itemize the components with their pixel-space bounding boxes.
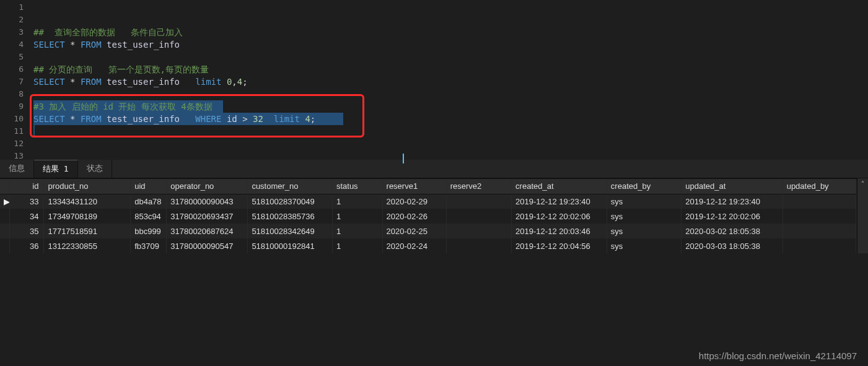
cell-created_by[interactable]: sys xyxy=(607,238,681,253)
tab-结果 1[interactable]: 结果 1 xyxy=(34,160,78,178)
cell-reserve2[interactable] xyxy=(446,209,511,224)
vertical-scrollbar[interactable]: ˄ xyxy=(857,178,868,253)
code-token: ## 分页的查询 第一个是页数,每页的数量 xyxy=(33,64,209,74)
cell-status[interactable]: 1 xyxy=(332,238,382,253)
code-line[interactable] xyxy=(33,14,868,26)
code-token: SELECT xyxy=(33,40,65,50)
code-line[interactable]: ## 查询全部的数据 条件自己加入 xyxy=(33,26,868,38)
tab-状态[interactable]: 状态 xyxy=(78,160,112,178)
cell-created_by[interactable]: sys xyxy=(607,194,681,209)
cell-ptr[interactable] xyxy=(0,238,9,253)
cell-reserve2[interactable] xyxy=(446,238,511,253)
cell-reserve2[interactable] xyxy=(446,224,511,238)
tab-信息[interactable]: 信息 xyxy=(0,160,34,178)
code-line[interactable]: ## 分页的查询 第一个是页数,每页的数量 xyxy=(33,63,868,76)
cell-ptr[interactable] xyxy=(0,224,9,238)
cell-created_by[interactable]: sys xyxy=(607,224,681,238)
cell-operator_no[interactable]: 31780020693437 xyxy=(167,209,248,224)
col-header-ptr[interactable] xyxy=(0,179,9,194)
cell-updated_by[interactable] xyxy=(783,209,856,224)
cell-operator_no[interactable]: 31780000090043 xyxy=(167,194,248,209)
col-header-id[interactable]: id xyxy=(9,179,44,194)
table-row[interactable]: 3517717518591bbc999317800206876245181002… xyxy=(0,224,856,238)
cell-reserve2[interactable] xyxy=(446,194,511,209)
code-token: ; xyxy=(242,77,247,87)
code-token xyxy=(221,77,226,87)
cell-reserve1[interactable]: 2020-02-26 xyxy=(382,209,446,224)
cell-updated_at[interactable]: 2020-03-02 18:05:38 xyxy=(682,224,783,238)
cell-created_at[interactable]: 2019-12-12 19:23:40 xyxy=(512,194,607,209)
cell-customer_no[interactable]: 51810028342649 xyxy=(248,224,333,238)
cell-id[interactable]: 33 xyxy=(9,194,44,209)
code-token: ## 查询全部的数据 条件自己加入 xyxy=(33,27,183,37)
scroll-up-icon[interactable]: ˄ xyxy=(857,178,868,188)
line-number: 1 xyxy=(0,1,33,14)
col-header-uid[interactable]: uid xyxy=(131,179,167,194)
cell-customer_no[interactable]: 51810028370049 xyxy=(248,194,333,209)
col-header-created_by[interactable]: created_by xyxy=(607,179,681,194)
cell-ptr[interactable]: ▶ xyxy=(0,194,9,209)
col-header-status[interactable]: status xyxy=(332,179,382,194)
cell-operator_no[interactable]: 31780000090547 xyxy=(167,238,248,253)
table-row[interactable]: ▶3313343431120db4a7831780000090043518100… xyxy=(0,194,856,209)
cell-id[interactable]: 35 xyxy=(9,224,44,238)
cell-updated_at[interactable]: 2020-03-03 18:05:38 xyxy=(682,238,783,253)
cell-updated_at[interactable]: 2019-12-12 19:23:40 xyxy=(682,194,783,209)
cell-status[interactable]: 1 xyxy=(332,209,382,224)
cell-created_by[interactable]: sys xyxy=(607,209,681,224)
col-header-product_no[interactable]: product_no xyxy=(44,179,131,194)
cell-product_no[interactable]: 13343431120 xyxy=(44,194,131,209)
table-row[interactable]: 3417349708189853c94317800206934375181002… xyxy=(0,209,856,224)
line-number: 11 xyxy=(0,125,33,137)
line-number-gutter: 12345678910111213 xyxy=(0,0,33,160)
code-token: SELECT xyxy=(33,77,65,87)
cell-customer_no[interactable]: 51810000192841 xyxy=(248,238,333,253)
cell-updated_by[interactable] xyxy=(783,224,856,238)
cell-uid[interactable]: db4a78 xyxy=(131,194,167,209)
cell-reserve1[interactable]: 2020-02-25 xyxy=(382,224,446,238)
col-header-customer_no[interactable]: customer_no xyxy=(248,179,333,194)
cell-product_no[interactable]: 17349708189 xyxy=(44,209,131,224)
cell-status[interactable]: 1 xyxy=(332,224,382,238)
cell-uid[interactable]: fb3709 xyxy=(131,238,167,253)
col-header-updated_by[interactable]: updated_by xyxy=(783,179,856,194)
code-token: * xyxy=(65,40,81,50)
cell-uid[interactable]: bbc999 xyxy=(131,224,167,238)
cell-id[interactable]: 36 xyxy=(9,238,44,253)
cell-created_at[interactable]: 2019-12-12 20:04:56 xyxy=(512,238,607,253)
cell-product_no[interactable]: 13122330855 xyxy=(44,238,131,253)
cell-updated_by[interactable] xyxy=(783,194,856,209)
sql-editor[interactable]: 12345678910111213 ## 查询全部的数据 条件自己加入SELEC… xyxy=(0,0,868,160)
col-header-reserve2[interactable]: reserve2 xyxy=(446,179,511,194)
col-header-created_at[interactable]: created_at xyxy=(512,179,607,194)
code-line[interactable] xyxy=(33,51,868,63)
line-number: 13 xyxy=(0,150,33,162)
cell-ptr[interactable] xyxy=(0,209,9,224)
line-number: 10 xyxy=(0,113,33,125)
table-row[interactable]: 3613122330855fb3709317800000905475181000… xyxy=(0,238,856,253)
result-table[interactable]: idproduct_nouidoperator_nocustomer_nosta… xyxy=(0,179,856,253)
line-number: 9 xyxy=(0,100,33,113)
line-number: 8 xyxy=(0,88,33,100)
col-header-reserve1[interactable]: reserve1 xyxy=(382,179,446,194)
code-line[interactable]: SELECT * FROM test_user_info limit 0,4; xyxy=(33,76,868,88)
cell-product_no[interactable]: 17717518591 xyxy=(44,224,131,238)
code-token: FROM xyxy=(81,40,102,50)
cell-created_at[interactable]: 2019-12-12 20:02:06 xyxy=(512,209,607,224)
code-line[interactable]: SELECT * FROM test_user_info xyxy=(33,38,868,51)
cell-reserve1[interactable]: 2020-02-24 xyxy=(382,238,446,253)
cell-created_at[interactable]: 2019-12-12 20:03:46 xyxy=(512,224,607,238)
cell-reserve1[interactable]: 2020-02-29 xyxy=(382,194,446,209)
cell-updated_at[interactable]: 2019-12-12 20:02:06 xyxy=(682,209,783,224)
cell-uid[interactable]: 853c94 xyxy=(131,209,167,224)
cell-updated_by[interactable] xyxy=(783,238,856,253)
cell-operator_no[interactable]: 31780020687624 xyxy=(167,224,248,238)
cell-customer_no[interactable]: 51810028385736 xyxy=(248,209,333,224)
code-line[interactable] xyxy=(33,1,868,14)
cell-id[interactable]: 34 xyxy=(9,209,44,224)
code-line[interactable] xyxy=(33,137,868,150)
col-header-operator_no[interactable]: operator_no xyxy=(167,179,248,194)
code-line[interactable] xyxy=(33,150,868,162)
cell-status[interactable]: 1 xyxy=(332,194,382,209)
col-header-updated_at[interactable]: updated_at xyxy=(682,179,783,194)
